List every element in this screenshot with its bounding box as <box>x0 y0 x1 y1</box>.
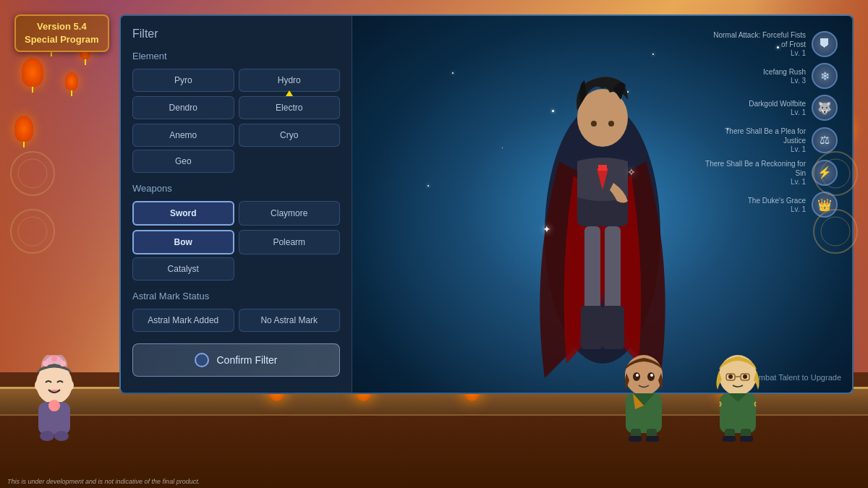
version-line2: Special Program <box>25 33 99 46</box>
sparkle: ✦ <box>542 223 551 235</box>
skill-item: Darkgold Wolfbite Lv. 1 🐺 <box>678 95 838 121</box>
svg-rect-7 <box>584 226 600 313</box>
svg-point-51 <box>11 210 54 253</box>
skill-name: There Shall Be a Plea forJustice <box>678 127 806 145</box>
skill-text: There Shall Be a Reckoning forSin Lv. 1 <box>678 159 806 186</box>
svg-point-21 <box>43 361 48 367</box>
svg-point-52 <box>18 217 47 246</box>
skill-name: Darkgold Wolfbite <box>678 99 806 108</box>
skill-icon: 🐺 <box>812 95 838 121</box>
svg-rect-9 <box>581 306 603 349</box>
svg-rect-8 <box>605 226 621 313</box>
svg-point-47 <box>814 210 857 253</box>
skill-level: Lv. 1 <box>678 49 806 57</box>
skill-name: There Shall Be a Reckoning forSin <box>678 159 806 178</box>
svg-point-45 <box>814 152 857 195</box>
svg-rect-43 <box>723 436 736 442</box>
filter-panel: Filter Element Pyro Hydro Dendro Electro… <box>121 16 352 393</box>
svg-rect-44 <box>740 436 753 442</box>
chibi-char-right2 <box>702 348 774 445</box>
skill-icon: ⛊ <box>812 31 838 57</box>
element-electro-btn[interactable]: Electro <box>239 96 341 119</box>
svg-point-48 <box>821 217 850 246</box>
skill-level: Lv. 1 <box>678 178 806 186</box>
main-panel: 76425680 ↺ <box>119 14 854 394</box>
svg-point-34 <box>719 355 757 395</box>
skill-level: Lv. 1 <box>678 145 806 153</box>
skill-text: Icefang Rush Lv. 3 <box>678 67 806 85</box>
svg-point-50 <box>18 159 47 188</box>
version-badge: Version 5.4 Special Program <box>14 14 109 52</box>
character-figure <box>501 17 704 393</box>
astral-section-title: Astral Mark Status <box>132 291 340 301</box>
svg-point-28 <box>650 374 653 377</box>
skill-text: The Duke's Grace Lv. 1 <box>678 196 806 213</box>
weapon-sword-btn[interactable]: Sword <box>132 201 234 226</box>
skill-level: Lv. 1 <box>678 205 806 213</box>
sparkle: ✧ <box>627 166 636 178</box>
lantern-decoration <box>14 116 33 142</box>
electro-indicator <box>286 90 293 96</box>
confirm-filter-btn[interactable]: Confirm Filter <box>132 343 340 377</box>
skill-name: Icefang Rush <box>678 67 806 77</box>
skill-text: Darkgold Wolfbite Lv. 1 <box>678 99 806 116</box>
astral-grid: Astral Mark Added No Astral Mark <box>132 309 340 332</box>
svg-rect-11 <box>598 165 607 171</box>
character-area: ✦ ✧ Normal Attack: Forceful Fistsof Fros… <box>352 16 852 393</box>
svg-point-22 <box>60 361 66 367</box>
lantern-decoration <box>22 58 43 87</box>
lantern-decoration <box>65 72 78 90</box>
filter-title: Filter <box>132 27 340 40</box>
weapon-section-title: Weapons <box>132 183 340 194</box>
skill-name: The Duke's Grace <box>678 196 806 205</box>
skill-item: Normal Attack: Forceful Fistsof Frost Lv… <box>678 30 838 57</box>
skill-text: Normal Attack: Forceful Fistsof Frost Lv… <box>678 30 806 57</box>
skill-level: Lv. 1 <box>678 108 806 116</box>
astral-none-btn[interactable]: No Astral Mark <box>239 309 341 332</box>
element-geo-btn[interactable]: Geo <box>132 150 234 173</box>
element-dendro-btn[interactable]: Dendro <box>132 96 234 119</box>
skill-text: There Shall Be a Plea forJustice Lv. 1 <box>678 127 806 153</box>
element-pyro-btn[interactable]: Pyro <box>132 69 234 92</box>
element-grid: Pyro Hydro Dendro Electro Anemo Cryo <box>132 69 340 147</box>
svg-point-23 <box>51 356 57 361</box>
svg-point-19 <box>40 431 54 441</box>
element-cryo-btn[interactable]: Cryo <box>239 124 341 147</box>
svg-rect-10 <box>603 306 624 349</box>
svg-point-39 <box>743 374 747 379</box>
svg-point-5 <box>591 121 597 127</box>
weapon-catalyst-btn[interactable]: Catalyst <box>132 257 234 281</box>
confirm-circle-icon <box>195 353 209 367</box>
svg-point-25 <box>633 372 640 381</box>
skill-item: Icefang Rush Lv. 3 ❄ <box>678 63 838 89</box>
weapon-grid: Sword Claymore Bow Polearm <box>132 201 340 254</box>
right-decoration-circles <box>807 145 864 289</box>
element-hydro-btn[interactable]: Hydro <box>239 69 341 92</box>
svg-point-49 <box>11 152 54 195</box>
left-decoration-circles <box>4 145 61 289</box>
weapon-bow-btn[interactable]: Bow <box>132 230 234 254</box>
chibi-char-left <box>18 355 90 445</box>
weapon-claymore-btn[interactable]: Claymore <box>239 201 341 226</box>
svg-point-18 <box>48 400 60 411</box>
skill-name: Normal Attack: Forceful Fistsof Frost <box>678 30 806 49</box>
svg-point-27 <box>636 374 639 377</box>
svg-point-16 <box>67 380 74 390</box>
confirm-filter-label: Confirm Filter <box>216 354 277 366</box>
svg-point-6 <box>608 121 614 127</box>
element-anemo-btn[interactable]: Anemo <box>132 124 234 147</box>
svg-point-15 <box>35 380 42 390</box>
astral-added-btn[interactable]: Astral Mark Added <box>132 309 234 332</box>
dev-notice: This is under development and is not ind… <box>7 478 200 485</box>
skill-icon: ❄ <box>812 63 838 89</box>
chibi-char-right1 <box>608 348 680 445</box>
version-line1: Version 5.4 <box>25 20 99 33</box>
weapon-polearm-btn[interactable]: Polearm <box>239 230 341 254</box>
element-section-title: Element <box>132 51 340 61</box>
svg-point-38 <box>728 374 733 379</box>
svg-point-26 <box>647 372 655 381</box>
skill-level: Lv. 3 <box>678 77 806 85</box>
svg-point-46 <box>821 159 850 188</box>
svg-point-20 <box>54 431 69 441</box>
svg-rect-32 <box>629 436 642 442</box>
